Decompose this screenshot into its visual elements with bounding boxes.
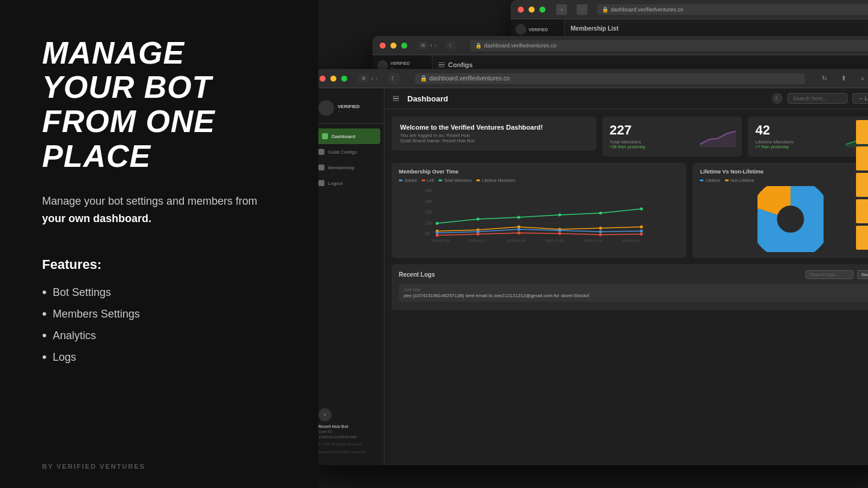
- chart-pie-title: Lifetime Vs Non-Lifetime: [700, 169, 868, 175]
- svg-text:2025-01-17: 2025-01-17: [469, 239, 487, 242]
- logs-search-input[interactable]: Search logs...: [806, 270, 854, 279]
- log-text: zee (107415196146257138) sent email to z…: [404, 293, 868, 298]
- svg-point-16: [517, 216, 520, 219]
- legend-left: Left: [422, 178, 434, 182]
- logout-button[interactable]: → Logout: [852, 93, 868, 104]
- pie-legend: Lifetime Non-Lifetime: [700, 178, 868, 182]
- chrome-dot-yellow-back[interactable]: [529, 7, 535, 13]
- svg-point-14: [436, 222, 439, 225]
- membership-over-time-chart: Membership Over Time Joined Left: [392, 163, 687, 258]
- sidebar-item-guild-configs[interactable]: Guild Configs: [312, 144, 384, 160]
- chrome-dot-red-mid[interactable]: [380, 43, 386, 49]
- pie-chart-svg: [757, 186, 824, 252]
- nav-forward-back[interactable]: ›: [577, 4, 587, 15]
- feature-item-bot-settings: Bot Settings: [42, 285, 276, 300]
- svg-point-19: [640, 208, 643, 211]
- chrome-dot-green-mid[interactable]: [401, 43, 407, 49]
- log-item: Just now zee (107415196146257138) sent e…: [399, 284, 868, 302]
- legend-joined: Joined: [399, 178, 417, 182]
- chrome-dot-green-back[interactable]: [539, 7, 545, 13]
- bottom-credit: BY VERIFIED VENTURES: [42, 463, 145, 470]
- logs-title: Recent Logs: [399, 271, 435, 278]
- svg-text:150: 150: [425, 210, 432, 214]
- browser-dashboard: ⊞ ‹ › ☾ 🔒 dashboard.verifiedventures.co …: [312, 69, 868, 465]
- sidebar-item-dashboard[interactable]: Dashboard: [316, 128, 380, 144]
- svg-text:50: 50: [425, 232, 430, 236]
- svg-text:2025-01-20: 2025-01-20: [584, 239, 602, 242]
- svg-point-36: [599, 233, 602, 236]
- chart-membership-title: Membership Over Time: [399, 169, 679, 175]
- svg-point-33: [476, 233, 479, 236]
- logs-search: Search logs... Search: [806, 270, 868, 279]
- address-bar-main: 🔒 dashboard.verifiedventures.co: [415, 73, 805, 84]
- total-members-chart: [700, 126, 736, 147]
- address-bar-mid: 🔒 dashboard.verifiedventures.co: [470, 40, 868, 51]
- hamburger-icon[interactable]: [393, 96, 399, 101]
- svg-point-30: [599, 230, 602, 233]
- chrome-dot-green-main[interactable]: [341, 76, 347, 82]
- side-tab-2[interactable]: [856, 146, 868, 170]
- chrome-dot-yellow-main[interactable]: [330, 76, 336, 82]
- svg-text:100: 100: [425, 221, 432, 225]
- svg-text:2025-01-19: 2025-01-19: [545, 239, 564, 242]
- sidebar-logo: VERIFIED —: [312, 95, 384, 124]
- page-title: Dashboard: [407, 94, 448, 103]
- svg-point-28: [517, 228, 520, 231]
- charts-row: Membership Over Time Joined Left: [392, 163, 868, 258]
- side-tab-3[interactable]: [856, 173, 868, 197]
- svg-text:250: 250: [425, 188, 432, 193]
- svg-text:2025-01-16: 2025-01-16: [431, 239, 450, 242]
- line-chart-svg: 250 200 150 100 50: [399, 186, 679, 243]
- topbar-right: ☾ Search here... → Logout: [772, 93, 868, 104]
- features-list: Bot Settings Members Settings Analytics …: [42, 285, 276, 365]
- feature-item-logs: Logs: [42, 349, 276, 365]
- logo-text: VERIFIED: [338, 104, 360, 109]
- topbar: Dashboard ☾ Search here... → Logout: [384, 88, 868, 109]
- svg-point-24: [599, 227, 602, 230]
- stat-card-total-members: 227 Total Members +58 than yesterday: [602, 116, 742, 157]
- sidebar: VERIFIED — Dashboard Guild Configs Membe…: [312, 88, 384, 465]
- main-content: Dashboard ☾ Search here... → Logout Welc…: [384, 88, 868, 465]
- feature-item-members-settings: Members Settings: [42, 306, 276, 322]
- chrome-dot-red-back[interactable]: [518, 7, 524, 13]
- sidebar-item-membership[interactable]: Membership: [312, 160, 384, 175]
- stat-card-lifetime-members: 42 Lifetime Members +7 than yesterday: [748, 116, 868, 157]
- browser-chrome-back: ‹ › 🔒 dashboard.verifiedventures.co: [511, 0, 868, 19]
- theme-toggle-icon[interactable]: ☾: [772, 93, 783, 104]
- search-input[interactable]: Search here...: [788, 93, 848, 104]
- hamburger-icon-mid: [439, 62, 445, 68]
- feature-item-analytics: Analytics: [42, 328, 276, 343]
- log-time: Just now: [404, 288, 868, 292]
- side-tabs: [856, 120, 868, 250]
- features-title: Features:: [42, 257, 276, 273]
- chrome-dot-red-main[interactable]: [320, 76, 326, 82]
- welcome-card: Welcome to the Verified Ventures Dashboa…: [392, 116, 596, 151]
- chrome-dot-yellow-mid[interactable]: [390, 43, 396, 49]
- left-panel: MANAGE YOUR BOT FROM ONE PLACE Manage yo…: [0, 0, 318, 488]
- nav-back-back[interactable]: ‹: [556, 4, 567, 15]
- svg-point-15: [476, 218, 479, 221]
- side-tab-1[interactable]: [856, 120, 868, 144]
- logs-section: Recent Logs Search logs... Search Just n…: [392, 264, 868, 310]
- legend-total-members: Total Members: [439, 178, 472, 182]
- pie-chart-area: [700, 186, 868, 252]
- sidebar-item-logout[interactable]: Logout: [312, 175, 384, 191]
- svg-point-34: [517, 232, 520, 235]
- svg-point-17: [558, 214, 561, 217]
- svg-point-32: [436, 234, 439, 237]
- address-bar-back: 🔒 dashboard.verifiedventures.co: [597, 4, 868, 15]
- svg-text:2025-01-18: 2025-01-18: [507, 239, 526, 242]
- logs-header: Recent Logs Search logs... Search: [399, 270, 868, 279]
- logs-search-button[interactable]: Search: [857, 270, 868, 279]
- lifetime-vs-non-lifetime-chart: Lifetime Vs Non-Lifetime Lifetime Non-Li…: [693, 163, 868, 258]
- side-tab-5[interactable]: [856, 226, 868, 250]
- svg-point-35: [558, 232, 561, 235]
- svg-point-25: [640, 226, 643, 229]
- sidebar-bot-info: V Resell Hub Bot Guild ID: 1330341112593…: [312, 403, 384, 459]
- side-tab-4[interactable]: [856, 199, 868, 223]
- browser-chrome-main: ⊞ ‹ › ☾ 🔒 dashboard.verifiedventures.co …: [312, 69, 868, 88]
- browser-chrome-mid: ⊞ ‹ › ☾ 🔒 dashboard.verifiedventures.co: [372, 36, 868, 55]
- dashboard-layout: VERIFIED — Dashboard Guild Configs Membe…: [312, 88, 868, 465]
- svg-text:200: 200: [425, 199, 432, 203]
- svg-point-18: [599, 212, 602, 215]
